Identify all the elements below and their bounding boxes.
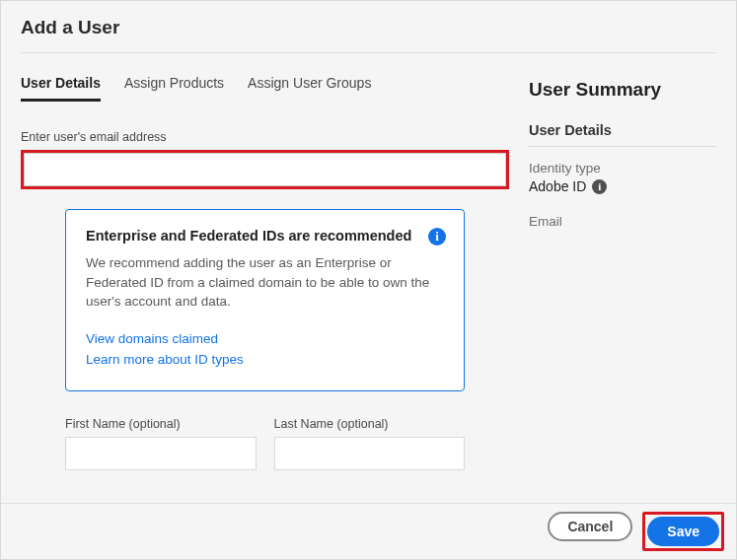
last-name-label: Last Name (optional) [274, 417, 466, 431]
summary-title: User Summary [529, 79, 716, 101]
email-input[interactable] [24, 153, 506, 186]
summary-section-title: User Details [529, 122, 716, 147]
info-text: We recommend adding the user as an Enter… [86, 253, 444, 312]
info-box: i Enterprise and Federated IDs are recom… [65, 209, 465, 391]
info-icon[interactable]: i [592, 179, 607, 194]
dialog-title: Add a User [21, 17, 716, 38]
email-highlight [21, 150, 509, 189]
tabs: User Details Assign Products Assign User… [21, 75, 509, 103]
link-view-domains[interactable]: View domains claimed [86, 331, 444, 346]
summary-panel: User Summary User Details Identity type … [529, 75, 716, 470]
save-button[interactable]: Save [647, 517, 719, 546]
cancel-button[interactable]: Cancel [548, 512, 632, 541]
info-icon: i [428, 228, 446, 245]
tab-user-details[interactable]: User Details [21, 75, 101, 102]
email-label: Enter user's email address [21, 130, 509, 144]
footer: Cancel Save [1, 503, 736, 559]
first-name-label: First Name (optional) [65, 417, 257, 431]
info-title: Enterprise and Federated IDs are recomme… [86, 228, 444, 244]
tab-assign-products[interactable]: Assign Products [124, 75, 224, 102]
summary-identity-label: Identity type [529, 161, 716, 175]
form-panel: User Details Assign Products Assign User… [21, 75, 509, 470]
last-name-input[interactable] [274, 437, 466, 470]
divider [21, 52, 716, 53]
summary-email-label: Email [529, 214, 716, 229]
summary-identity-value: Adobe ID i [529, 178, 716, 194]
first-name-input[interactable] [65, 437, 257, 470]
save-highlight: Save [642, 512, 724, 551]
identity-value-text: Adobe ID [529, 178, 586, 194]
tab-assign-user-groups[interactable]: Assign User Groups [248, 75, 371, 102]
link-learn-id-types[interactable]: Learn more about ID types [86, 352, 444, 367]
